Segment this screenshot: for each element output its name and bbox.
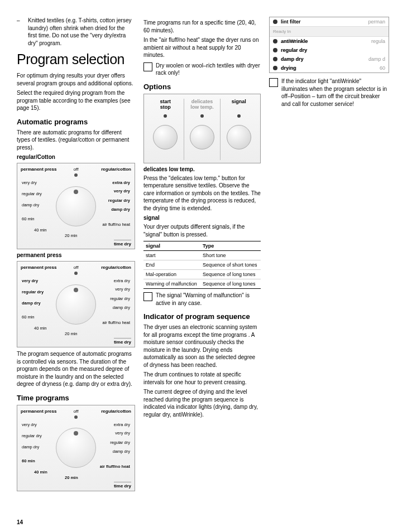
indicator-panel: lint filter perman Ready In antiWrinkle … — [269, 17, 389, 73]
signal-table: signalType startShort tone EndSequence o… — [143, 241, 261, 289]
lbl-regulardry-l: regular dry — [22, 191, 42, 196]
start-stop-control: start stop — [147, 99, 184, 149]
options-heading: Options — [143, 83, 261, 91]
lbl3-regulardry-l: regular dry — [22, 433, 42, 438]
indicator-p3: The current degree of drying and the lev… — [143, 388, 261, 418]
intro-p2: Select the required drying program from … — [17, 89, 135, 112]
lbl-verydry-l: very dry — [22, 180, 37, 185]
led-dot-icon2 — [273, 39, 277, 43]
checkbox-icon3 — [269, 78, 278, 87]
time-p1: Time programs run for a specific time (2… — [143, 19, 261, 34]
antiwrinkle-note: If the indicator light "antiWrinkle" ill… — [269, 78, 389, 108]
stop-label: stop — [160, 104, 171, 110]
sixty-label: 60 — [380, 65, 385, 71]
lbl2-dampdry-r: damp dry — [113, 305, 130, 310]
dial-knob2 — [56, 284, 96, 325]
lbl-dampdry-l: damp dry — [22, 202, 39, 207]
lbl3-verydry-l: very dry — [22, 422, 37, 427]
timedry-label: time dry — [114, 240, 131, 246]
signal-text: Your dryer outputs different signals, if… — [143, 223, 261, 238]
dial-perm-label3: permanent press — [21, 409, 56, 414]
led-dot-icon — [273, 20, 277, 24]
dial-permanent-press: permanent press off regular/cotton very … — [17, 261, 135, 347]
lbl2-dampdry-l: damp dry — [22, 301, 41, 306]
lbl2-airfluff: air fluff/no heat — [103, 320, 130, 325]
lbl2-regulardry-r: regular dry — [110, 296, 130, 301]
table-row: Mal-operationSequence of long tones — [143, 270, 261, 279]
dryer-rack-note: Dry woolen or wool–rich textiles with dr… — [143, 62, 261, 77]
lbl3-extradry-r: extra dry — [114, 422, 130, 427]
led-icon3 — [237, 114, 241, 118]
lbl2-verydry-l: very dry — [22, 278, 38, 283]
dampdry-label: damp dry — [281, 56, 304, 62]
lbl-airfluff: air fluff/no heat — [103, 222, 130, 227]
lbl2-extradry-r: extra dry — [114, 278, 130, 283]
signal-knob — [227, 125, 251, 149]
table-row: EndSequence of short tones — [143, 260, 261, 270]
lbl-20: 20 min — [65, 233, 78, 238]
lbl3-airfluff: air fluff/no heat — [100, 464, 130, 469]
dial-time-dry: permanent press off regular/cotton very … — [17, 405, 135, 491]
signal-heading: signal — [143, 215, 261, 221]
dial-regcot-label: regular/cotton — [101, 167, 131, 172]
lbl3-20: 20 min — [65, 475, 78, 480]
timedry-label2: time dry — [114, 338, 131, 345]
damp-label: damp d — [368, 56, 385, 62]
lbl-40: 40 min — [34, 228, 47, 233]
table-row: Warning of malfunctionSequence of long t… — [143, 279, 261, 289]
led-dot-icon3 — [273, 48, 277, 52]
timedry-label3: time dry — [114, 482, 131, 489]
table-row: startShort tone — [143, 251, 261, 260]
indicator-p2: The drum continues to rotate at specific… — [143, 371, 261, 386]
antiwrinkle-label: antiWrinkle — [281, 38, 308, 44]
lbl3-40: 40 min — [34, 470, 47, 475]
led-dot-icon5 — [273, 66, 277, 70]
lbl3-regulardry-r: regular dry — [110, 440, 130, 445]
lbl3-dampdry-r: damp dry — [113, 449, 130, 454]
dial-indicator-dot2 — [74, 272, 78, 275]
permanent-press-heading: permanent press — [17, 252, 135, 258]
time-heading: Time programs — [17, 394, 135, 402]
delicates-heading: delicates low temp. — [143, 166, 261, 172]
page-number: 14 — [17, 519, 23, 525]
dial-indicator-dot3 — [74, 415, 78, 419]
th-signal: signal — [143, 241, 200, 251]
dryer-rack-text: Dry woolen or wool–rich textiles with dr… — [156, 62, 261, 77]
lbl2-40: 40 min — [34, 326, 47, 331]
led-icon2 — [200, 114, 204, 118]
dial-perm-label: permanent press — [21, 167, 56, 172]
lowtemp-label: low temp. — [190, 104, 214, 110]
signal-label: signal — [232, 99, 246, 104]
dial-knob — [56, 186, 96, 226]
lint-filter-label: lint filter — [281, 19, 301, 25]
intro-bullet: – Knitted textiles (e.g. T-shirts, cotto… — [17, 17, 135, 47]
lbl-verydry-r: very dry — [114, 188, 130, 194]
indicator-heading: Indicator of program sequence — [143, 312, 261, 321]
checkbox-icon — [143, 62, 152, 71]
intro-p1: For optimum drying results your dryer of… — [17, 72, 135, 87]
lbl2-20: 20 min — [65, 331, 78, 336]
page-title: Program selection — [17, 51, 135, 67]
dial-off-label: off — [74, 167, 79, 172]
auto-text: There are automatic programs for differe… — [17, 129, 135, 152]
signal-note: The signal "Warning of malfunction" is a… — [143, 292, 261, 307]
time-p2: In the "air fluff/no heat" stage the dry… — [143, 36, 261, 59]
lbl-regulardry-r: regular dry — [108, 198, 130, 203]
delicates-label: delicates — [191, 99, 213, 104]
regula-label: regula — [371, 38, 385, 44]
dash-icon: – — [17, 17, 28, 47]
lbl3-dampdry-l: damp dry — [22, 444, 39, 449]
dial-perm-label2: permanent press — [21, 265, 56, 270]
lbl3-60: 60 min — [22, 458, 35, 463]
drying-label: drying — [281, 65, 296, 71]
start-stop-knob — [153, 125, 178, 149]
lbl2-60: 60 min — [22, 315, 35, 320]
th-type: Type — [200, 241, 261, 251]
ready-in-row: Ready In — [270, 26, 389, 37]
lbl-extradry-r: extra dry — [112, 180, 130, 185]
auto-heading: Automatic programs — [17, 118, 135, 126]
regulardry-label: regular dry — [281, 47, 307, 53]
dial-regcot-label3: regular/cotton — [101, 409, 131, 414]
dial-regcot-label2: regular/cotton — [101, 265, 131, 270]
dial-off-label3: off — [74, 409, 79, 414]
